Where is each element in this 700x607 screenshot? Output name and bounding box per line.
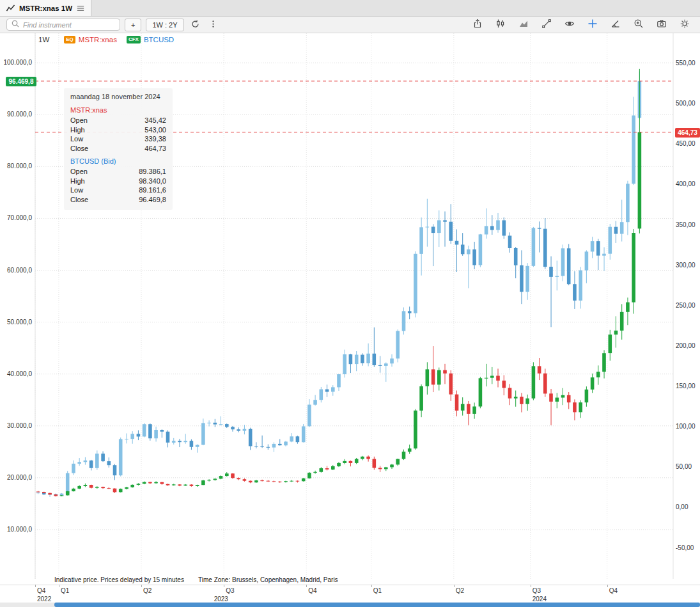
- chart-legend: 1W EQ MSTR:xnas CFX BTCUSD: [38, 36, 180, 43]
- ohlc-tooltip: maandag 18 november 2024 MSTR:xnas Open3…: [64, 88, 173, 210]
- right-axis-tick: 350,00: [676, 221, 696, 229]
- left-axis-tick: 50.000,0: [0, 319, 32, 326]
- timezone-note: Time Zone: Brussels, Copenhagen, Madrid,…: [198, 576, 338, 583]
- x-axis-quarter-label: Q3: [533, 587, 541, 594]
- tooltip-row: Low89.161,6: [70, 185, 166, 195]
- chart-toolbar: + 1W : 2Y: [0, 17, 700, 33]
- x-axis-tickmark: [141, 585, 142, 587]
- vertical-dots-icon: [208, 19, 218, 31]
- left-axis-tick: 100.000,0: [0, 59, 32, 67]
- btc-price-badge: 96.469,8: [6, 77, 36, 86]
- search-input[interactable]: [23, 21, 116, 29]
- left-axis-tick: 20.000,0: [0, 474, 32, 482]
- eye-icon: [564, 19, 575, 31]
- search-icon: [11, 19, 20, 31]
- instrument-search[interactable]: [6, 19, 120, 31]
- screenshot-button[interactable]: [655, 17, 669, 32]
- x-axis-quarter-label: Q2: [143, 587, 152, 594]
- candlestick-icon: [495, 19, 506, 31]
- eq-badge: EQ: [64, 36, 75, 43]
- right-axis-tick: 50,00: [676, 463, 692, 471]
- right-axis-tick: 500,00: [676, 100, 696, 107]
- right-axis-tick: 250,00: [676, 302, 696, 310]
- x-axis-tickmark: [35, 585, 36, 587]
- x-axis-quarter-label: Q2: [456, 587, 464, 594]
- chart-tab[interactable]: MSTR:xnas 1W: [0, 0, 91, 16]
- left-axis-tick: 40.000,0: [0, 370, 32, 378]
- delay-note: Indicative price. Prices delayed by 15 m…: [54, 576, 184, 583]
- tooltip-row: Close96.469,8: [70, 195, 166, 205]
- crosshair-button[interactable]: [586, 17, 600, 32]
- chart-tools-group: [471, 17, 694, 32]
- x-axis-tickmark: [59, 585, 59, 587]
- refresh-button[interactable]: [189, 18, 202, 32]
- tooltip-row: High543,00: [70, 125, 166, 135]
- gear-icon: [680, 19, 690, 31]
- angle-tool-button[interactable]: [609, 17, 623, 32]
- legend-btcusd-label[interactable]: BTCUSD: [144, 36, 174, 43]
- line-tool-button[interactable]: [540, 17, 554, 32]
- legend-mstr-label[interactable]: MSTR:xnas: [79, 36, 117, 43]
- right-axis-tick: -50,00: [676, 544, 694, 552]
- area-chart-button[interactable]: [517, 17, 531, 32]
- right-axis-tick: 150,00: [676, 382, 696, 390]
- mstr-price-badge: 464,73: [675, 128, 700, 138]
- share-icon: [472, 19, 483, 31]
- x-axis-quarter-label: Q1: [61, 587, 69, 594]
- more-options-button[interactable]: [206, 18, 220, 32]
- x-axis-year-label: 2022: [37, 595, 51, 603]
- tooltip-btc-title: BTCUSD (Bid): [70, 157, 166, 165]
- tooltip-row: Open89.386,1: [70, 167, 166, 177]
- share-button[interactable]: [471, 17, 485, 32]
- scrollbar-thumb[interactable]: [54, 603, 700, 607]
- add-instrument-button[interactable]: +: [125, 19, 141, 31]
- left-axis-tick: 90.000,0: [0, 111, 32, 118]
- tab-title: MSTR:xnas 1W: [19, 4, 72, 12]
- x-axis-quarter-label: Q4: [37, 587, 45, 594]
- line-tool-icon: [541, 19, 552, 31]
- x-axis-quarter-label: Q4: [609, 587, 618, 594]
- angle-tool-icon: [611, 19, 621, 31]
- tab-menu-icon[interactable]: [76, 4, 85, 13]
- left-axis-tick: 60.000,0: [0, 267, 32, 274]
- chart-area: 1W EQ MSTR:xnas CFX BTCUSD maandag 18 no…: [0, 33, 700, 607]
- tooltip-date: maandag 18 november 2024: [70, 93, 166, 100]
- chart-scrollbar[interactable]: [0, 603, 700, 607]
- left-axis-tick: 70.000,0: [0, 214, 32, 222]
- period-selector-button[interactable]: 1W : 2Y: [146, 19, 183, 31]
- right-axis-tick: 550,00: [676, 59, 696, 67]
- right-axis-tick: 300,00: [676, 262, 696, 269]
- x-axis-tickmark: [531, 585, 531, 587]
- right-axis-tick: 200,00: [676, 342, 696, 350]
- zoom-in-button[interactable]: [632, 17, 646, 32]
- x-axis-tickmark: [306, 585, 307, 587]
- zoom-in-icon: [634, 19, 644, 31]
- left-axis-tick: 10.000,0: [0, 526, 32, 533]
- x-axis-tickmark: [454, 585, 455, 587]
- right-axis-tick: 100,00: [676, 423, 696, 430]
- refresh-icon: [191, 19, 200, 31]
- chart-type-button[interactable]: [494, 17, 508, 32]
- interval-label: 1W: [38, 36, 49, 43]
- tab-bar: MSTR:xnas 1W: [0, 0, 700, 17]
- cfx-badge: CFX: [127, 36, 141, 43]
- crosshair-icon: [587, 19, 598, 31]
- tooltip-row: Close464,73: [70, 144, 166, 154]
- right-axis-tick: 400,00: [676, 180, 696, 188]
- right-axis-tick: 450,00: [676, 140, 696, 148]
- trading-app-window: MSTR:xnas 1W + 1W : 2Y: [0, 0, 700, 607]
- x-axis-tickmark: [607, 585, 608, 587]
- x-axis-quarter-label: Q1: [373, 587, 382, 594]
- x-axis-tickmark: [371, 585, 372, 587]
- tooltip-row: High98.340,0: [70, 177, 166, 186]
- left-axis-tick: 30.000,0: [0, 422, 32, 430]
- left-axis-tick: 80.000,0: [0, 162, 32, 170]
- line-chart-icon: [6, 4, 15, 12]
- tooltip-row: Low339,38: [70, 134, 166, 144]
- settings-button[interactable]: [678, 17, 692, 32]
- x-axis-year-label: 2023: [214, 595, 228, 603]
- x-axis-year-label: 2024: [533, 595, 547, 603]
- x-axis-tickmark: [224, 585, 224, 587]
- visibility-button[interactable]: [563, 17, 577, 32]
- tooltip-row: Open345,42: [70, 116, 166, 125]
